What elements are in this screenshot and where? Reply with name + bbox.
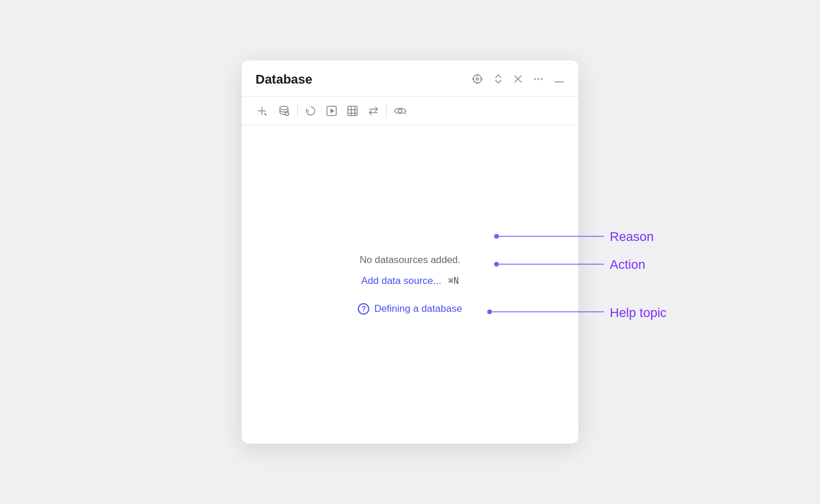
svg-point-0: [473, 75, 481, 83]
svg-point-9: [538, 78, 540, 80]
empty-state: No datasources added. Add data source...…: [358, 254, 462, 315]
transfer-icon[interactable]: [368, 105, 379, 117]
no-datasources-text: No datasources added.: [359, 254, 461, 266]
svg-point-8: [534, 78, 536, 80]
content-area: No datasources added. Add data source...…: [242, 125, 578, 444]
outer-container: Database: [0, 0, 820, 504]
toolbar-divider-2: [386, 104, 387, 118]
svg-point-10: [541, 78, 543, 80]
toolbar-group-middle: [305, 105, 379, 117]
add-icon[interactable]: [256, 105, 268, 117]
close-icon[interactable]: [513, 74, 523, 85]
help-topic-annotation-label: Help topic: [610, 305, 667, 320]
toolbar: [242, 97, 578, 125]
title-icons: [472, 73, 564, 87]
grid-icon[interactable]: [347, 105, 358, 117]
minus-icon[interactable]: [554, 74, 564, 85]
svg-rect-23: [348, 106, 357, 116]
svg-point-1: [476, 78, 479, 80]
help-circle-icon: ?: [358, 303, 369, 315]
help-row: ? Defining a database: [358, 303, 462, 315]
title-bar: Database: [242, 60, 578, 97]
svg-point-15: [280, 106, 288, 110]
eye-icon[interactable]: [394, 106, 407, 116]
add-datasource-link[interactable]: Add data source...: [361, 275, 441, 287]
action-annotation-label: Action: [610, 257, 645, 272]
panel-title: Database: [256, 72, 472, 87]
help-link[interactable]: Defining a database: [374, 303, 462, 315]
reason-annotation-label: Reason: [610, 229, 654, 244]
keyboard-shortcut: ⌘N: [448, 276, 459, 286]
toolbar-group-right: [394, 106, 407, 116]
database-panel: Database: [242, 60, 578, 444]
toolbar-group-left: [256, 105, 290, 117]
crosshair-icon[interactable]: [472, 73, 483, 87]
add-datasource-row: Add data source... ⌘N: [361, 275, 459, 287]
chevron-updown-icon[interactable]: [494, 73, 503, 87]
refresh-icon[interactable]: [305, 105, 317, 117]
ellipsis-icon[interactable]: [533, 74, 544, 85]
svg-marker-22: [330, 109, 335, 113]
toolbar-divider-1: [297, 104, 298, 118]
svg-point-30: [398, 109, 402, 113]
play-icon[interactable]: [326, 105, 337, 117]
database-settings-icon[interactable]: [278, 105, 290, 117]
